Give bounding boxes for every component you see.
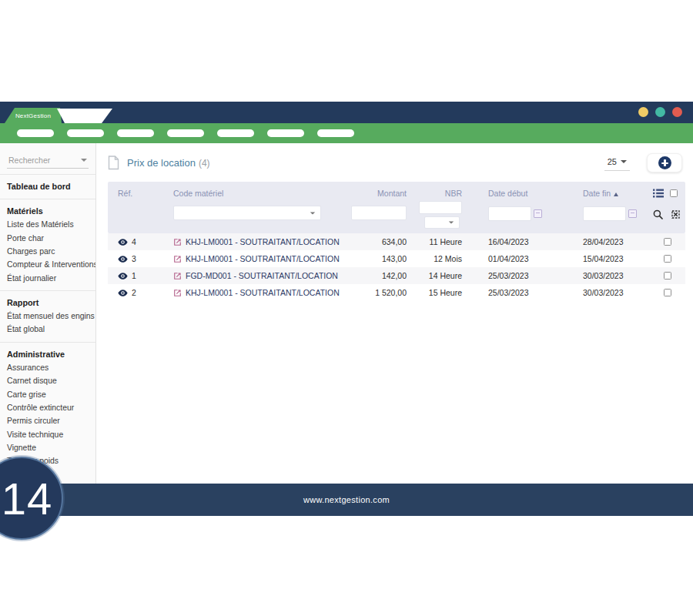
montant-value: 143,00 (340, 254, 410, 263)
page-size-select[interactable]: 25 (604, 156, 630, 171)
external-link-icon (173, 238, 182, 246)
brand-tab[interactable]: NextGestion (5, 108, 62, 123)
sidebar-search-select[interactable]: Rechercher (7, 154, 89, 169)
close-dot-icon[interactable] (672, 107, 682, 117)
table-header: Réf. Code matériel Montant NBR Date débu… (108, 182, 685, 233)
chevron-down-icon (621, 160, 627, 163)
secondary-tab[interactable] (57, 109, 112, 123)
nbr-value: 11 Heure (410, 237, 465, 246)
view-eye-icon[interactable] (118, 256, 128, 263)
column-header-date-fin[interactable]: Date fin (560, 189, 653, 198)
window-titlebar: NextGestion (0, 102, 693, 123)
column-header-montant[interactable]: Montant (340, 189, 410, 198)
nav-pill[interactable] (267, 129, 304, 137)
sidebar-item-vignette[interactable]: Vignette (0, 441, 95, 454)
prix-location-table: Réf. Code matériel Montant NBR Date débu… (108, 182, 685, 301)
code-materiel-link[interactable]: KHJ-LM0001 - SOUTRAITANT/LOCATION (163, 237, 340, 246)
document-icon (108, 156, 119, 170)
search-placeholder: Rechercher (8, 156, 50, 165)
sidebar-item-visite-technique[interactable]: Visite technique (0, 428, 95, 441)
nav-pill[interactable] (17, 129, 54, 137)
window-controls (638, 107, 682, 117)
sidebar-item-liste-des-materiels[interactable]: Liste des Matériels (0, 218, 95, 231)
row-checkbox[interactable] (664, 255, 671, 263)
code-materiel-link[interactable]: KHJ-LM0001 - SOUTRAITANT/LOCATION (163, 288, 340, 297)
filter-montant-input[interactable] (351, 206, 407, 220)
view-eye-icon[interactable] (118, 239, 128, 246)
search-icon[interactable] (653, 209, 663, 219)
view-eye-icon[interactable] (118, 273, 128, 280)
column-header-date-debut[interactable]: Date début (465, 189, 560, 198)
clear-search-icon[interactable] (671, 209, 681, 219)
code-materiel-link[interactable]: KHJ-LM0001 - SOUTRAITANT/LOCATION (163, 254, 340, 263)
filter-nbr-unit-select[interactable] (424, 216, 460, 229)
sidebar-section-administrative: Administrative (0, 347, 95, 361)
minimize-dot-icon[interactable] (638, 107, 648, 117)
list-columns-icon[interactable] (653, 189, 664, 198)
select-all-checkbox[interactable] (670, 189, 678, 197)
date-debut-value: 01/04/2023 (465, 254, 560, 263)
view-eye-icon[interactable] (118, 290, 128, 296)
nav-pill[interactable] (67, 129, 104, 137)
page: NextGestion Rechercher (0, 0, 693, 616)
row-checkbox[interactable] (664, 272, 671, 280)
sidebar-item-assurances[interactable]: Assurances (0, 361, 95, 374)
table-row[interactable]: 4 KHJ-LM0001 - SOUTRAITANT/LOCATION 634,… (108, 233, 685, 250)
sidebar-item-carte-grise[interactable]: Carte grise (0, 387, 95, 400)
external-link-icon (173, 255, 182, 263)
sort-asc-icon (614, 192, 618, 196)
code-materiel-text: KHJ-LM0001 - SOUTRAITANT/LOCATION (186, 254, 340, 263)
sidebar-item-compteur-interventions[interactable]: Compteur & Interventions (0, 258, 95, 271)
code-materiel-text: FGD-MD001 - SOUTRAITANT/LOCATION (186, 271, 338, 280)
sidebar-item-etat-mensuel-des-engins[interactable]: État mensuel des engins (0, 310, 95, 323)
filter-code-select[interactable] (173, 206, 321, 220)
ref-value: 1 (132, 271, 136, 280)
column-header-ref[interactable]: Réf. (108, 189, 163, 198)
sidebar-item-porte-char[interactable]: Porte char (0, 231, 95, 244)
column-header-code[interactable]: Code matériel (163, 189, 340, 198)
nbr-value: 12 Mois (410, 254, 465, 263)
filter-nbr-input[interactable] (419, 201, 462, 214)
calendar-icon[interactable] (534, 209, 542, 218)
external-link-icon (173, 289, 182, 297)
date-fin-value: 30/03/2023 (560, 288, 653, 297)
ref-value: 4 (132, 237, 136, 246)
nav-pill[interactable] (217, 129, 254, 137)
ref-value: 2 (132, 288, 136, 297)
sidebar-item-permis-circuler[interactable]: Permis circuler (0, 414, 95, 427)
date-fin-value: 28/04/2023 (560, 237, 653, 246)
chevron-down-icon (449, 221, 454, 223)
code-materiel-text: KHJ-LM0001 - SOUTRAITANT/LOCATION (186, 237, 340, 246)
calendar-icon[interactable] (628, 209, 637, 218)
add-button[interactable] (647, 153, 682, 172)
code-materiel-link[interactable]: FGD-MD001 - SOUTRAITANT/LOCATION (163, 271, 340, 280)
divider (0, 174, 95, 175)
sidebar-item-controle-extincteur[interactable]: Contrôle extincteur (0, 401, 95, 414)
sidebar-item-tableau-de-bord[interactable]: Tableau de bord (0, 179, 95, 193)
nav-pill[interactable] (117, 129, 154, 137)
divider (0, 342, 95, 343)
chevron-down-icon (310, 212, 315, 214)
row-checkbox[interactable] (664, 289, 671, 296)
sidebar-item-carnet-disque[interactable]: Carnet disque (0, 374, 95, 387)
title-row: Prix de location (4) 25 (108, 153, 685, 172)
nav-pill[interactable] (317, 129, 354, 137)
row-checkbox[interactable] (664, 238, 671, 246)
sidebar-item-charges-parc[interactable]: Charges parc (0, 245, 95, 258)
main-panel: Prix de location (4) 25 (96, 143, 693, 484)
table-row[interactable]: 3 KHJ-LM0001 - SOUTRAITANT/LOCATION 143,… (108, 250, 685, 267)
table-row[interactable]: 1 FGD-MD001 - SOUTRAITANT/LOCATION 142,0… (108, 267, 685, 284)
filter-date-fin-input[interactable] (583, 206, 626, 221)
sidebar-item-etat-global[interactable]: État global (0, 323, 95, 336)
sidebar-item-etat-journalier[interactable]: État journalier (0, 272, 95, 285)
column-header-nbr[interactable]: NBR (410, 189, 465, 198)
footer-url: www.nextgestion.com (303, 495, 390, 504)
montant-value: 142,00 (340, 271, 410, 280)
brand-label: NextGestion (15, 112, 51, 119)
maximize-dot-icon[interactable] (655, 107, 665, 117)
page-number: 14 (0, 473, 52, 524)
filter-date-debut-input[interactable] (488, 206, 531, 221)
record-count: (4) (199, 158, 210, 169)
nav-pill[interactable] (167, 129, 204, 137)
table-row[interactable]: 2 KHJ-LM0001 - SOUTRAITANT/LOCATION 1 52… (108, 284, 685, 301)
